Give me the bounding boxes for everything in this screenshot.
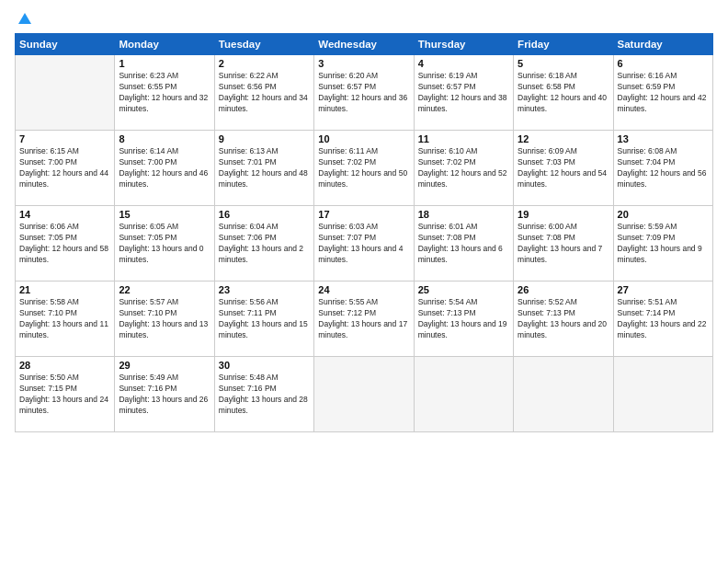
day-info: Sunrise: 6:14 AM Sunset: 7:00 PM Dayligh…: [119, 146, 210, 190]
calendar-cell: 16Sunrise: 6:04 AM Sunset: 7:06 PM Dayli…: [214, 206, 313, 282]
day-info: Sunrise: 5:55 AM Sunset: 7:12 PM Dayligh…: [318, 297, 409, 341]
day-info: Sunrise: 5:54 AM Sunset: 7:13 PM Dayligh…: [418, 297, 509, 341]
day-info: Sunrise: 6:06 AM Sunset: 7:05 PM Dayligh…: [19, 222, 110, 266]
calendar-cell: 4Sunrise: 6:19 AM Sunset: 6:57 PM Daylig…: [414, 55, 513, 131]
logo-icon: [17, 11, 33, 28]
calendar-cell: 21Sunrise: 5:58 AM Sunset: 7:10 PM Dayli…: [16, 282, 115, 357]
day-info: Sunrise: 5:51 AM Sunset: 7:14 PM Dayligh…: [618, 297, 709, 341]
calendar-week-row: 21Sunrise: 5:58 AM Sunset: 7:10 PM Dayli…: [16, 282, 713, 357]
day-info: Sunrise: 6:05 AM Sunset: 7:05 PM Dayligh…: [119, 222, 210, 266]
day-number: 8: [119, 133, 210, 144]
day-number: 1: [119, 58, 210, 69]
day-number: 3: [318, 58, 409, 69]
calendar-cell: 15Sunrise: 6:05 AM Sunset: 7:05 PM Dayli…: [115, 206, 214, 282]
calendar-cell: 17Sunrise: 6:03 AM Sunset: 7:07 PM Dayli…: [314, 206, 414, 282]
day-number: 5: [518, 58, 609, 69]
calendar-week-row: 14Sunrise: 6:06 AM Sunset: 7:05 PM Dayli…: [16, 206, 713, 282]
calendar-cell: 20Sunrise: 5:59 AM Sunset: 7:09 PM Dayli…: [613, 206, 712, 282]
day-number: 28: [19, 360, 110, 371]
day-number: 10: [318, 133, 409, 144]
day-info: Sunrise: 6:16 AM Sunset: 6:59 PM Dayligh…: [618, 71, 709, 115]
day-info: Sunrise: 6:20 AM Sunset: 6:57 PM Dayligh…: [318, 71, 409, 115]
day-number: 24: [318, 284, 409, 295]
day-info: Sunrise: 6:04 AM Sunset: 7:06 PM Dayligh…: [219, 222, 310, 266]
day-number: 17: [318, 209, 409, 220]
day-info: Sunrise: 6:00 AM Sunset: 7:08 PM Dayligh…: [518, 222, 609, 266]
day-info: Sunrise: 6:15 AM Sunset: 7:00 PM Dayligh…: [19, 146, 110, 190]
weekday-header: Saturday: [613, 34, 712, 55]
weekday-header: Wednesday: [314, 34, 414, 55]
calendar-cell: 22Sunrise: 5:57 AM Sunset: 7:10 PM Dayli…: [115, 282, 214, 357]
calendar-cell: [613, 357, 712, 432]
day-number: 7: [19, 133, 110, 144]
day-info: Sunrise: 5:58 AM Sunset: 7:10 PM Dayligh…: [19, 297, 110, 341]
day-number: 6: [618, 58, 709, 69]
calendar-cell: 26Sunrise: 5:52 AM Sunset: 7:13 PM Dayli…: [514, 282, 613, 357]
day-info: Sunrise: 6:01 AM Sunset: 7:08 PM Dayligh…: [418, 222, 509, 266]
day-info: Sunrise: 6:09 AM Sunset: 7:03 PM Dayligh…: [518, 146, 609, 190]
calendar-week-row: 1Sunrise: 6:23 AM Sunset: 6:55 PM Daylig…: [16, 55, 713, 131]
calendar-cell: [414, 357, 513, 432]
calendar-cell: 23Sunrise: 5:56 AM Sunset: 7:11 PM Dayli…: [214, 282, 313, 357]
day-info: Sunrise: 6:22 AM Sunset: 6:56 PM Dayligh…: [219, 71, 310, 115]
day-info: Sunrise: 6:19 AM Sunset: 6:57 PM Dayligh…: [418, 71, 509, 115]
calendar-cell: [16, 55, 115, 131]
day-number: 16: [219, 209, 310, 220]
day-number: 19: [518, 209, 609, 220]
weekday-header: Monday: [115, 34, 214, 55]
day-info: Sunrise: 6:10 AM Sunset: 7:02 PM Dayligh…: [418, 146, 509, 190]
day-number: 29: [119, 360, 210, 371]
calendar-cell: 7Sunrise: 6:15 AM Sunset: 7:00 PM Daylig…: [16, 131, 115, 206]
calendar-cell: 25Sunrise: 5:54 AM Sunset: 7:13 PM Dayli…: [414, 282, 513, 357]
calendar-cell: 29Sunrise: 5:49 AM Sunset: 7:16 PM Dayli…: [115, 357, 214, 432]
day-number: 25: [418, 284, 509, 295]
calendar-cell: 5Sunrise: 6:18 AM Sunset: 6:58 PM Daylig…: [514, 55, 613, 131]
day-info: Sunrise: 5:49 AM Sunset: 7:16 PM Dayligh…: [119, 373, 210, 417]
calendar-cell: 13Sunrise: 6:08 AM Sunset: 7:04 PM Dayli…: [613, 131, 712, 206]
day-number: 4: [418, 58, 509, 69]
calendar-cell: 24Sunrise: 5:55 AM Sunset: 7:12 PM Dayli…: [314, 282, 414, 357]
day-number: 14: [19, 209, 110, 220]
day-info: Sunrise: 5:56 AM Sunset: 7:11 PM Dayligh…: [219, 297, 310, 341]
day-number: 27: [618, 284, 709, 295]
day-number: 12: [518, 133, 609, 144]
calendar-cell: 1Sunrise: 6:23 AM Sunset: 6:55 PM Daylig…: [115, 55, 214, 131]
calendar-page: SundayMondayTuesdayWednesdayThursdayFrid…: [0, 0, 728, 563]
weekday-header: Thursday: [414, 34, 513, 55]
weekday-header: Friday: [514, 34, 613, 55]
day-number: 18: [418, 209, 509, 220]
weekday-header-row: SundayMondayTuesdayWednesdayThursdayFrid…: [16, 34, 713, 55]
calendar-cell: 28Sunrise: 5:50 AM Sunset: 7:15 PM Dayli…: [16, 357, 115, 432]
day-info: Sunrise: 5:48 AM Sunset: 7:16 PM Dayligh…: [219, 373, 310, 417]
day-number: 30: [219, 360, 310, 371]
weekday-header: Tuesday: [214, 34, 313, 55]
header: [15, 9, 713, 28]
calendar-cell: 3Sunrise: 6:20 AM Sunset: 6:57 PM Daylig…: [314, 55, 414, 131]
day-number: 20: [618, 209, 709, 220]
day-number: 13: [618, 133, 709, 144]
calendar-cell: 10Sunrise: 6:11 AM Sunset: 7:02 PM Dayli…: [314, 131, 414, 206]
day-info: Sunrise: 6:18 AM Sunset: 6:58 PM Dayligh…: [518, 71, 609, 115]
day-number: 23: [219, 284, 310, 295]
day-number: 9: [219, 133, 310, 144]
day-info: Sunrise: 6:03 AM Sunset: 7:07 PM Dayligh…: [318, 222, 409, 266]
weekday-header: Sunday: [16, 34, 115, 55]
day-number: 2: [219, 58, 310, 69]
calendar-cell: 9Sunrise: 6:13 AM Sunset: 7:01 PM Daylig…: [214, 131, 313, 206]
calendar-week-row: 7Sunrise: 6:15 AM Sunset: 7:00 PM Daylig…: [16, 131, 713, 206]
day-number: 21: [19, 284, 110, 295]
logo: [15, 13, 33, 28]
calendar-cell: 14Sunrise: 6:06 AM Sunset: 7:05 PM Dayli…: [16, 206, 115, 282]
calendar-cell: 12Sunrise: 6:09 AM Sunset: 7:03 PM Dayli…: [514, 131, 613, 206]
day-number: 22: [119, 284, 210, 295]
svg-marker-0: [18, 13, 31, 24]
calendar-table: SundayMondayTuesdayWednesdayThursdayFrid…: [15, 33, 713, 432]
calendar-cell: 18Sunrise: 6:01 AM Sunset: 7:08 PM Dayli…: [414, 206, 513, 282]
day-info: Sunrise: 5:59 AM Sunset: 7:09 PM Dayligh…: [618, 222, 709, 266]
calendar-cell: 11Sunrise: 6:10 AM Sunset: 7:02 PM Dayli…: [414, 131, 513, 206]
day-number: 11: [418, 133, 509, 144]
calendar-cell: 19Sunrise: 6:00 AM Sunset: 7:08 PM Dayli…: [514, 206, 613, 282]
calendar-cell: 2Sunrise: 6:22 AM Sunset: 6:56 PM Daylig…: [214, 55, 313, 131]
day-number: 15: [119, 209, 210, 220]
day-number: 26: [518, 284, 609, 295]
